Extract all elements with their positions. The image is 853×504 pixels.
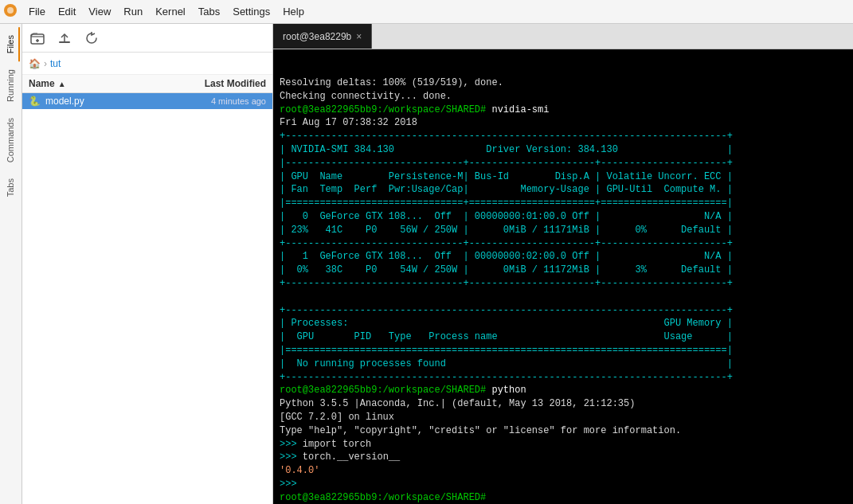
sidebar-item-tabs[interactable]: Tabs (2, 170, 20, 205)
svg-point-1 (7, 7, 14, 14)
breadcrumb: 🏠 › tut (22, 53, 272, 75)
breadcrumb-home[interactable]: 🏠 (29, 58, 41, 69)
breadcrumb-separator: › (44, 58, 47, 69)
file-toolbar (22, 24, 272, 53)
file-row[interactable]: 🐍 model.py 4 minutes ago (22, 93, 272, 109)
menu-run[interactable]: Run (117, 2, 149, 21)
terminal-panel: root@3ea8229b × Resolving deltas: 100% (… (273, 24, 853, 504)
file-modified-time: 4 minutes ago (162, 96, 266, 106)
sidebar-item-running[interactable]: Running (2, 61, 20, 110)
menu-edit[interactable]: Edit (52, 2, 82, 21)
file-name: model.py (45, 96, 162, 107)
app-logo (3, 3, 18, 20)
menu-kernel[interactable]: Kernel (149, 2, 192, 21)
refresh-button[interactable] (81, 29, 102, 47)
sidebar-item-files[interactable]: Files (2, 27, 20, 61)
terminal-body[interactable]: Resolving deltas: 100% (519/519), done.C… (273, 49, 853, 504)
file-table-header: Name ▲ Last Modified (22, 75, 272, 93)
python-file-icon: 🐍 (29, 96, 41, 107)
svg-rect-6 (59, 41, 70, 43)
column-modified[interactable]: Last Modified (162, 78, 266, 89)
new-folder-button[interactable] (27, 29, 48, 47)
terminal-tab-close[interactable]: × (356, 31, 362, 42)
sort-arrow-icon: ▲ (58, 80, 66, 88)
menubar: File Edit View Run Kernel Tabs Settings … (0, 0, 853, 24)
terminal-tab-label: root@3ea8229b (283, 31, 351, 42)
menu-view[interactable]: View (82, 2, 117, 21)
sidebar-item-commands[interactable]: Commands (2, 110, 20, 170)
upload-button[interactable] (54, 29, 75, 47)
menu-help[interactable]: Help (276, 2, 311, 21)
menu-settings[interactable]: Settings (226, 2, 276, 21)
main-area: Files Running Commands Tabs (0, 24, 853, 504)
menu-tabs[interactable]: Tabs (192, 2, 226, 21)
column-name[interactable]: Name ▲ (29, 78, 162, 89)
file-panel: 🏠 › tut Name ▲ Last Modified 🐍 model.py … (22, 24, 273, 504)
menu-file[interactable]: File (22, 2, 52, 21)
sidebar-icons: Files Running Commands Tabs (0, 24, 22, 504)
terminal-tab[interactable]: root@3ea8229b × (273, 24, 372, 49)
terminal-tabs: root@3ea8229b × (273, 24, 853, 49)
breadcrumb-folder[interactable]: tut (50, 58, 61, 69)
